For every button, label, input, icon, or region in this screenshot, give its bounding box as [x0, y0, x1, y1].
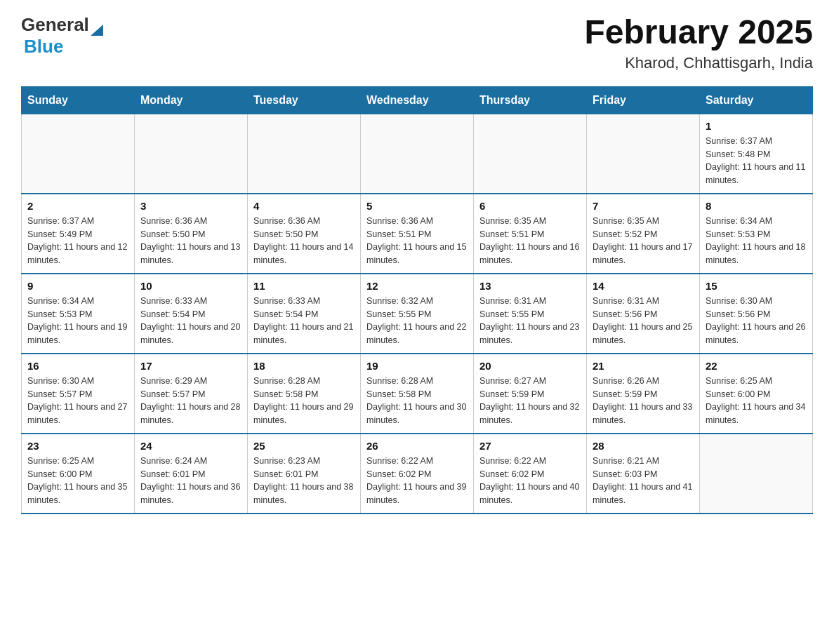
day-number: 17 [140, 360, 241, 372]
title-block: February 2025 Kharod, Chhattisgarh, Indi… [584, 14, 813, 72]
table-row: 22Sunrise: 6:25 AMSunset: 6:00 PMDayligh… [700, 354, 813, 434]
day-number: 12 [366, 280, 468, 292]
day-number: 22 [706, 360, 807, 372]
table-row: 2Sunrise: 6:37 AMSunset: 5:49 PMDaylight… [22, 194, 135, 274]
day-number: 11 [253, 280, 355, 292]
table-row: 16Sunrise: 6:30 AMSunset: 5:57 PMDayligh… [22, 354, 135, 434]
table-row: 10Sunrise: 6:33 AMSunset: 5:54 PMDayligh… [135, 274, 248, 354]
table-row: 13Sunrise: 6:31 AMSunset: 5:55 PMDayligh… [474, 274, 587, 354]
day-number: 14 [593, 280, 694, 292]
day-number: 23 [27, 440, 128, 452]
day-info: Sunrise: 6:33 AMSunset: 5:54 PMDaylight:… [140, 295, 241, 347]
calendar-week-row: 9Sunrise: 6:34 AMSunset: 5:53 PMDaylight… [22, 274, 813, 354]
table-row: 18Sunrise: 6:28 AMSunset: 5:58 PMDayligh… [248, 354, 361, 434]
day-info: Sunrise: 6:22 AMSunset: 6:02 PMDaylight:… [366, 455, 468, 507]
day-number: 7 [593, 200, 694, 212]
day-number: 5 [366, 200, 468, 212]
table-row: 8Sunrise: 6:34 AMSunset: 5:53 PMDaylight… [700, 194, 813, 274]
day-info: Sunrise: 6:35 AMSunset: 5:51 PMDaylight:… [479, 215, 581, 267]
day-number: 4 [253, 200, 355, 212]
table-row: 15Sunrise: 6:30 AMSunset: 5:56 PMDayligh… [700, 274, 813, 354]
day-info: Sunrise: 6:29 AMSunset: 5:57 PMDaylight:… [140, 375, 241, 427]
header-sunday: Sunday [22, 86, 135, 114]
calendar-week-row: 16Sunrise: 6:30 AMSunset: 5:57 PMDayligh… [22, 354, 813, 434]
table-row [22, 114, 135, 194]
day-info: Sunrise: 6:21 AMSunset: 6:03 PMDaylight:… [593, 455, 694, 507]
day-info: Sunrise: 6:25 AMSunset: 6:00 PMDaylight:… [706, 375, 807, 427]
day-number: 27 [479, 440, 581, 452]
header-wednesday: Wednesday [361, 86, 474, 114]
day-info: Sunrise: 6:27 AMSunset: 5:59 PMDaylight:… [479, 375, 581, 427]
day-info: Sunrise: 6:33 AMSunset: 5:54 PMDaylight:… [253, 295, 355, 347]
day-number: 28 [593, 440, 694, 452]
day-info: Sunrise: 6:30 AMSunset: 5:57 PMDaylight:… [27, 375, 128, 427]
day-info: Sunrise: 6:36 AMSunset: 5:50 PMDaylight:… [140, 215, 241, 267]
header-monday: Monday [135, 86, 248, 114]
logo-triangle-icon [91, 25, 103, 36]
day-info: Sunrise: 6:35 AMSunset: 5:52 PMDaylight:… [593, 215, 694, 267]
table-row: 25Sunrise: 6:23 AMSunset: 6:01 PMDayligh… [248, 434, 361, 514]
day-number: 2 [27, 200, 128, 212]
table-row: 27Sunrise: 6:22 AMSunset: 6:02 PMDayligh… [474, 434, 587, 514]
table-row: 11Sunrise: 6:33 AMSunset: 5:54 PMDayligh… [248, 274, 361, 354]
page-header: General Blue February 2025 Kharod, Chhat… [21, 14, 813, 72]
table-row: 26Sunrise: 6:22 AMSunset: 6:02 PMDayligh… [361, 434, 474, 514]
day-number: 16 [27, 360, 128, 372]
table-row: 23Sunrise: 6:25 AMSunset: 6:00 PMDayligh… [22, 434, 135, 514]
day-info: Sunrise: 6:37 AMSunset: 5:48 PMDaylight:… [706, 135, 807, 187]
day-info: Sunrise: 6:31 AMSunset: 5:56 PMDaylight:… [593, 295, 694, 347]
logo: General Blue [21, 14, 103, 58]
day-info: Sunrise: 6:30 AMSunset: 5:56 PMDaylight:… [706, 295, 807, 347]
table-row: 14Sunrise: 6:31 AMSunset: 5:56 PMDayligh… [587, 274, 700, 354]
table-row: 12Sunrise: 6:32 AMSunset: 5:55 PMDayligh… [361, 274, 474, 354]
table-row [361, 114, 474, 194]
day-number: 10 [140, 280, 241, 292]
day-info: Sunrise: 6:26 AMSunset: 5:59 PMDaylight:… [593, 375, 694, 427]
day-number: 26 [366, 440, 468, 452]
day-info: Sunrise: 6:28 AMSunset: 5:58 PMDaylight:… [253, 375, 355, 427]
day-info: Sunrise: 6:34 AMSunset: 5:53 PMDaylight:… [706, 215, 807, 267]
page-title: February 2025 [584, 14, 813, 51]
table-row: 28Sunrise: 6:21 AMSunset: 6:03 PMDayligh… [587, 434, 700, 514]
table-row [248, 114, 361, 194]
table-row [587, 114, 700, 194]
logo-general-text: General [21, 14, 89, 36]
day-number: 9 [27, 280, 128, 292]
day-number: 21 [593, 360, 694, 372]
day-number: 15 [706, 280, 807, 292]
day-info: Sunrise: 6:36 AMSunset: 5:51 PMDaylight:… [366, 215, 468, 267]
header-tuesday: Tuesday [248, 86, 361, 114]
table-row: 19Sunrise: 6:28 AMSunset: 5:58 PMDayligh… [361, 354, 474, 434]
table-row: 3Sunrise: 6:36 AMSunset: 5:50 PMDaylight… [135, 194, 248, 274]
day-info: Sunrise: 6:32 AMSunset: 5:55 PMDaylight:… [366, 295, 468, 347]
table-row: 17Sunrise: 6:29 AMSunset: 5:57 PMDayligh… [135, 354, 248, 434]
table-row: 20Sunrise: 6:27 AMSunset: 5:59 PMDayligh… [474, 354, 587, 434]
svg-marker-0 [91, 25, 103, 36]
table-row: 4Sunrise: 6:36 AMSunset: 5:50 PMDaylight… [248, 194, 361, 274]
table-row: 24Sunrise: 6:24 AMSunset: 6:01 PMDayligh… [135, 434, 248, 514]
calendar-table: Sunday Monday Tuesday Wednesday Thursday… [21, 86, 813, 514]
table-row: 7Sunrise: 6:35 AMSunset: 5:52 PMDaylight… [587, 194, 700, 274]
calendar-week-row: 1Sunrise: 6:37 AMSunset: 5:48 PMDaylight… [22, 114, 813, 194]
day-number: 19 [366, 360, 468, 372]
day-number: 6 [479, 200, 581, 212]
header-saturday: Saturday [700, 86, 813, 114]
table-row: 5Sunrise: 6:36 AMSunset: 5:51 PMDaylight… [361, 194, 474, 274]
header-thursday: Thursday [474, 86, 587, 114]
header-friday: Friday [587, 86, 700, 114]
day-info: Sunrise: 6:28 AMSunset: 5:58 PMDaylight:… [366, 375, 468, 427]
day-info: Sunrise: 6:31 AMSunset: 5:55 PMDaylight:… [479, 295, 581, 347]
day-number: 1 [706, 120, 807, 132]
table-row: 21Sunrise: 6:26 AMSunset: 5:59 PMDayligh… [587, 354, 700, 434]
table-row: 1Sunrise: 6:37 AMSunset: 5:48 PMDaylight… [700, 114, 813, 194]
day-info: Sunrise: 6:34 AMSunset: 5:53 PMDaylight:… [27, 295, 128, 347]
logo-blue-text: Blue [24, 36, 63, 58]
day-info: Sunrise: 6:23 AMSunset: 6:01 PMDaylight:… [253, 455, 355, 507]
day-info: Sunrise: 6:36 AMSunset: 5:50 PMDaylight:… [253, 215, 355, 267]
weekday-header-row: Sunday Monday Tuesday Wednesday Thursday… [22, 86, 813, 114]
table-row [135, 114, 248, 194]
table-row: 9Sunrise: 6:34 AMSunset: 5:53 PMDaylight… [22, 274, 135, 354]
table-row [474, 114, 587, 194]
day-info: Sunrise: 6:24 AMSunset: 6:01 PMDaylight:… [140, 455, 241, 507]
table-row: 6Sunrise: 6:35 AMSunset: 5:51 PMDaylight… [474, 194, 587, 274]
